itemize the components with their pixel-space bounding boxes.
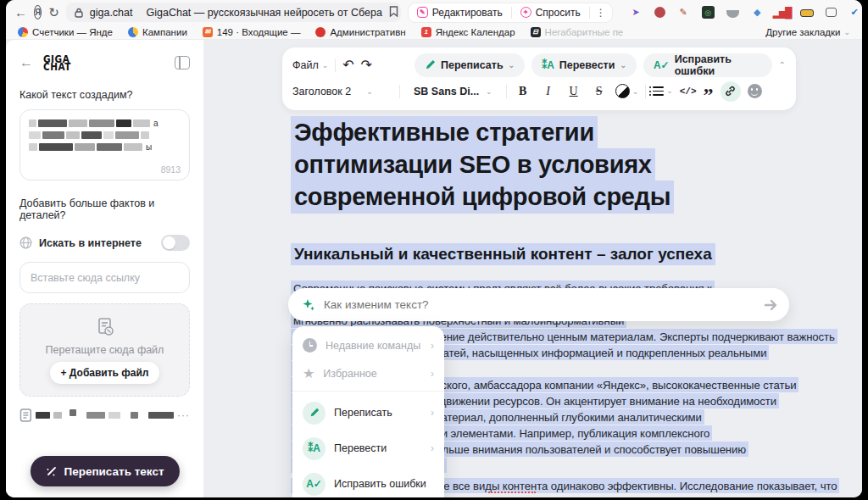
menu-item-translate[interactable]: ⁑A Перевести › [292,431,444,466]
rewrite-text-button[interactable]: Переписать текст [30,456,179,486]
admin-favicon [315,27,326,37]
send-arrow-icon [764,298,779,312]
facts-label: Добавить больше фактов и деталей? [19,197,190,221]
color-button[interactable]: ⌄ [615,84,639,98]
magic-pencil-icon [45,465,57,477]
edit-label: Редактировать [432,7,503,19]
globe-icon [19,236,32,249]
feather-extension-icon[interactable]: ➤ [630,6,643,19]
undo-button[interactable]: ↶ [342,57,353,73]
paragraph-style-dropdown[interactable]: Заголовок 2 ⌄ [292,86,392,97]
pencil-extension-icon[interactable]: ✎ [677,6,690,19]
link-button[interactable] [721,81,741,102]
url-text: giga.chat [90,7,133,19]
navigation-bar: ← Я ↻ giga.chat GigaChat — русскоязычная… [6,0,862,25]
attached-file-item[interactable]: ··· [19,408,190,422]
list-button[interactable]: ⌄ [653,86,673,95]
link-icon [725,86,736,97]
rewrite-button[interactable]: Переписать ⌄ [415,53,525,77]
chevron-down-icon: ⌄ [366,87,373,96]
toolbar-row-formatting: Заголовок 2 ⌄ SB Sans Di... ⌄ B I U S [292,78,786,104]
bold-button[interactable]: B [514,85,532,98]
bookmark-campaigns[interactable]: Кампании [128,27,187,37]
bookmark-calendar[interactable]: 1 Яндекс Календар [421,27,515,37]
file-menu-button[interactable]: Файл ⌄ [292,59,328,71]
other-bookmarks-label: Другие закладки [765,27,840,37]
fix-errors-button[interactable]: A✓ Исправить ошибки [643,53,772,77]
emoji-button[interactable] [748,84,762,98]
chevron-right-icon: › [431,368,434,380]
address-bar[interactable]: giga.chat GigaChat — русскоязычная нейро… [66,3,401,22]
web-search-toggle[interactable] [161,235,190,251]
translate-icon: ⁑A [542,59,554,71]
sidebar-header: ← GIGA CHAT [19,55,190,70]
bookmark-admin[interactable]: Административн [315,27,405,37]
bookmark-flag-icon[interactable] [389,5,398,20]
green-square-extension-icon[interactable]: ◎ [702,6,715,19]
menu-item-fix-errors[interactable]: A✓ Исправить ошибки [292,466,444,497]
dark-favicon: ⊟ [531,27,541,37]
red-circle-extension-icon[interactable] [654,7,665,18]
collapse-toolbar-icon[interactable]: ⌃ [779,60,786,69]
redacted-text: а [29,119,181,128]
quote-button[interactable]: ” [704,91,714,99]
strikethrough-button[interactable]: S [590,85,609,98]
mail-favicon: ✉ [203,27,213,37]
prompt-textarea[interactable]: а ы 8913 [19,109,190,181]
divider [335,58,336,72]
edit-button[interactable]: ✎ Редактировать [409,7,511,19]
code-button[interactable]: </> [680,86,697,97]
pencil-icon [303,402,326,425]
ai-command-input[interactable] [288,288,789,321]
collapse-panel-icon[interactable] [175,56,190,69]
visible-char: ы [146,142,152,152]
sparkle-icon [302,298,315,312]
chevron-right-icon: › [431,340,434,352]
back-arrow-icon[interactable]: ← [19,55,33,70]
person-check-extension-icon[interactable]: ✔ [849,6,861,19]
menu-item-favorites[interactable]: ★ Избранное › [292,359,444,387]
gray-shape-extension-icon[interactable] [726,10,739,18]
redacted-text [108,412,120,419]
ask-icon: ✦ [520,7,531,18]
link-input[interactable] [19,262,190,293]
ask-button[interactable]: ✦ Спросить [512,7,589,19]
file-dropzone[interactable]: Перетащите сюда файл + Добавить файл [19,303,190,397]
ai-command-field[interactable] [324,298,750,311]
visible-char: а [153,119,159,128]
more-menu-icon[interactable]: ⋮ [590,7,612,19]
menu-item-label: Избранное [323,368,376,380]
menu-item-label: Исправить ошибки [334,478,426,490]
translate-button[interactable]: ⁑A Перевести ⌄ [531,53,637,77]
bookmark-oversized[interactable]: ⊟ Негабаритные пе [531,27,624,37]
bookmark-metrika[interactable]: Счетчики — Янде [18,27,113,37]
redacted-text [29,131,181,140]
bookmark-inbox[interactable]: ✉ 149 · Входящие — [203,27,301,37]
menu-item-rewrite[interactable]: Переписать › [292,395,444,431]
editor-toolbar: Файл ⌄ ↶ ↷ Переписать ⌄ ⁑A Перевести [282,47,796,110]
ai-commands-menu: Недавние команды › ★ Избранное › Перепис… [292,326,444,497]
file-menu-icon[interactable]: ··· [177,409,190,421]
flag-extension-icon[interactable] [826,8,837,17]
cube-extension-icon[interactable]: ◆ [751,6,764,19]
bar-chart-extension-icon[interactable]: ▂▅█ [776,6,788,19]
redo-button[interactable]: ↷ [361,57,372,73]
refresh-icon[interactable]: ↻ [48,5,59,20]
battery-extension-icon[interactable] [800,9,814,17]
send-button[interactable] [759,292,784,318]
spellcheck-underline [488,492,536,493]
yandex-browser-icon[interactable]: Я [34,5,42,19]
redacted-text [86,412,105,419]
underline-button[interactable]: U [565,85,583,98]
divider [506,85,507,98]
page-title: GigaChat — русскоязычная нейросеть от Сб… [147,7,382,19]
font-dropdown[interactable]: SB Sans Di... ⌄ [407,86,499,97]
menu-item-recent[interactable]: Недавние команды › [292,331,444,359]
other-bookmarks-button[interactable]: Другие закладки ⌄ [765,27,850,37]
gigachat-logo: GIGA CHAT [43,56,71,70]
add-file-button[interactable]: + Добавить файл [50,362,160,384]
menu-item-label: Недавние команды [326,340,420,352]
italic-button[interactable]: I [539,85,558,98]
bookmark-label: 149 · Входящие — [217,27,301,37]
back-icon[interactable]: ← [14,5,27,19]
